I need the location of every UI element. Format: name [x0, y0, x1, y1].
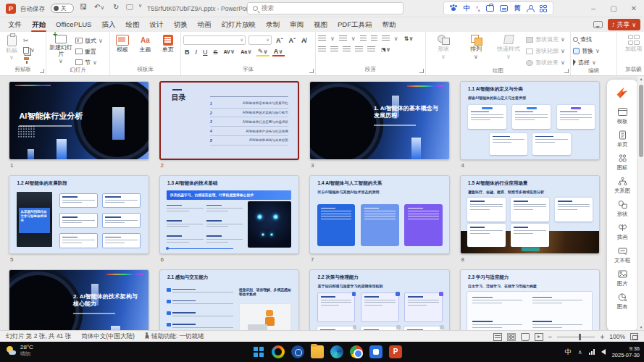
quick-access-more-icon[interactable]: ∨: [138, 3, 142, 9]
tab-视图[interactable]: 视图: [309, 17, 333, 32]
slide-thumbnail-8[interactable]: 1.5 AI智能体的行业应用场景覆盖医疗、金融、教育、制造等多领域应用分析: [460, 175, 601, 254]
zoom-slider[interactable]: [557, 337, 595, 337]
sidebar-item-插画[interactable]: 插画: [607, 220, 637, 243]
ime-language[interactable]: 中: [464, 4, 470, 13]
numbering-icon[interactable]: [339, 35, 347, 42]
autosave-toggle[interactable]: 关: [51, 4, 74, 13]
slide-sorter-view-button[interactable]: [507, 333, 516, 341]
theme-button[interactable]: Aa主题: [135, 35, 155, 53]
paragraph-dialog-launcher[interactable]: [419, 69, 424, 73]
shape-outline-button[interactable]: 形状轮廓∨: [526, 46, 565, 56]
zoom-level[interactable]: 100%: [609, 333, 625, 340]
toc-item[interactable]: 2AI智能体的技术架构与核心能力: [210, 109, 288, 118]
slide-thumbnail-2[interactable]: 目录1AI智能体的基本概念与发展历程2AI智能体的技术架构与核心能力3AI智能体…: [159, 81, 300, 160]
change-case-button[interactable]: Aa∨: [239, 49, 253, 55]
toc-item[interactable]: 1AI智能体的基本概念与发展历程: [210, 99, 288, 109]
minimize-button[interactable]: –: [583, 0, 603, 17]
tab-帮助[interactable]: 帮助: [377, 17, 401, 32]
decrease-font-icon[interactable]: Aˇ: [288, 37, 298, 44]
tray-expand-icon[interactable]: ∧: [578, 349, 582, 355]
volume-icon[interactable]: [601, 349, 606, 355]
slide-thumbnail-9[interactable]: 2. AI智能体的技术架构与核心能力: [9, 269, 149, 330]
align-center-icon[interactable]: [330, 46, 338, 53]
present-icon[interactable]: 🖵: [126, 3, 133, 12]
font-color-button[interactable]: A∨: [272, 48, 285, 56]
ime-sogou-icon[interactable]: [450, 5, 457, 12]
shapes-button[interactable]: 形状∨: [428, 35, 459, 60]
reading-view-button[interactable]: [521, 333, 530, 341]
drawing-dialog-launcher[interactable]: [564, 69, 569, 73]
select-button[interactable]: 选择∨: [573, 58, 596, 67]
addins-button[interactable]: 加载项: [622, 35, 644, 52]
columns-icon[interactable]: [367, 46, 375, 53]
sidebar-item-图标[interactable]: 图标: [607, 151, 637, 174]
paste-button[interactable]: 粘贴 ∨: [2, 35, 21, 61]
tab-插入[interactable]: 插入: [96, 17, 120, 32]
toc-item[interactable]: 3AI智能体的行业应用与市场现状: [210, 117, 288, 127]
share-button[interactable]: ⤴ 共享 ∨: [608, 19, 640, 30]
slideshow-button[interactable]: [535, 333, 543, 341]
network-icon[interactable]: [589, 349, 595, 355]
tab-幻灯片放映[interactable]: 幻灯片放映: [216, 17, 261, 32]
tab-文件[interactable]: 文件: [3, 17, 27, 32]
scroll-down-icon[interactable]: ▼: [637, 325, 644, 329]
tab-切换[interactable]: 切换: [168, 17, 192, 32]
justify-icon[interactable]: [355, 46, 363, 53]
slide-thumbnail-4[interactable]: 1.1 AI智能体的定义与分类探索AI智能体的核心定义与主要类型: [460, 81, 601, 160]
slide-thumbnail-10[interactable]: 2.1 感知与交互能力视觉识别、语音理解、多模态感知等技术集成: [159, 269, 300, 330]
strikethrough-button[interactable]: S: [212, 49, 219, 56]
sidebar-item-文本框[interactable]: 文本框: [607, 243, 637, 266]
redo-icon[interactable]: ↻: [113, 3, 119, 11]
tab-录制[interactable]: 录制: [261, 17, 285, 32]
italic-button[interactable]: I: [194, 49, 199, 56]
slide-thumbnail-7[interactable]: 1.4 AI智能体与人工智能的关系区分AI智能体与其他AI技术形态的异同: [309, 175, 450, 254]
quick-styles-button[interactable]: 快速样式∨: [493, 35, 524, 60]
sidebar-item-模板[interactable]: 模板: [607, 104, 637, 127]
zoom-slider-thumb[interactable]: [579, 334, 581, 340]
bold-button[interactable]: B: [183, 49, 191, 56]
slide-thumbnail-3[interactable]: 1. AI智能体的基本概念与发展历程: [309, 81, 450, 160]
zoom-out-button[interactable]: −: [548, 333, 553, 341]
font-name-combo[interactable]: [183, 35, 246, 45]
taskbar-windows-icon[interactable]: [252, 345, 265, 358]
toc-item[interactable]: 5AI智能体的挑战与未来趋势: [210, 136, 288, 146]
scrollbar-thumb[interactable]: [639, 85, 643, 157]
tab-绘图[interactable]: 绘图: [120, 17, 144, 32]
sidebar-item-形状[interactable]: 形状: [607, 197, 637, 220]
tab-开始[interactable]: 开始: [27, 17, 51, 32]
maximize-button[interactable]: ▢: [603, 0, 624, 17]
font-size-combo[interactable]: [248, 35, 272, 45]
align-left-icon[interactable]: [318, 46, 326, 53]
slide-thumbnail-1[interactable]: AI智能体行业分析: [9, 81, 149, 160]
ime-punctuation-icon[interactable]: ’,: [476, 5, 480, 12]
align-right-icon[interactable]: [343, 46, 351, 53]
increase-font-icon[interactable]: Aˆ: [275, 37, 285, 44]
tab-审阅[interactable]: 审阅: [285, 17, 309, 32]
collapse-ribbon-icon[interactable]: ∨: [635, 67, 640, 73]
ime-account-icon[interactable]: [527, 5, 533, 12]
sidebar-item-图表[interactable]: 图表: [607, 290, 637, 313]
shape-fill-button[interactable]: 形状填充∨: [526, 35, 565, 44]
taskbar-copilot-icon[interactable]: [272, 345, 285, 358]
search-input[interactable]: 搜索: [247, 2, 403, 14]
ime-keyboard-icon[interactable]: [500, 5, 508, 12]
copy-button[interactable]: ∨: [23, 46, 35, 54]
bullets-icon[interactable]: [318, 35, 326, 42]
clock[interactable]: 9:36 2025-07-30: [612, 345, 640, 359]
increase-indent-icon[interactable]: [371, 35, 377, 42]
arrange-button[interactable]: 排列∨: [461, 35, 491, 60]
taskbar-search-icon[interactable]: [291, 345, 304, 358]
tray-ime-indicator[interactable]: 中: [565, 348, 572, 357]
comments-icon[interactable]: [593, 21, 603, 28]
decrease-indent-icon[interactable]: [360, 35, 367, 42]
weather-widget[interactable]: 28°C 晴朗: [6, 344, 33, 358]
slide-thumbnail-12[interactable]: 2.3 学习与适应能力自主学习、迁移学习、在线学习等能力构建: [460, 269, 601, 330]
taskbar-app-blue-icon[interactable]: [369, 345, 382, 358]
template-button[interactable]: 模板: [112, 35, 133, 53]
clipboard-dialog-launcher[interactable]: [40, 69, 44, 73]
underline-button[interactable]: U: [201, 49, 209, 56]
line-spacing-icon[interactable]: [382, 35, 390, 42]
cut-button[interactable]: ✂: [23, 36, 35, 44]
tab-设计[interactable]: 设计: [144, 17, 168, 32]
tab-PDF工具箱[interactable]: PDF工具箱: [333, 17, 377, 32]
